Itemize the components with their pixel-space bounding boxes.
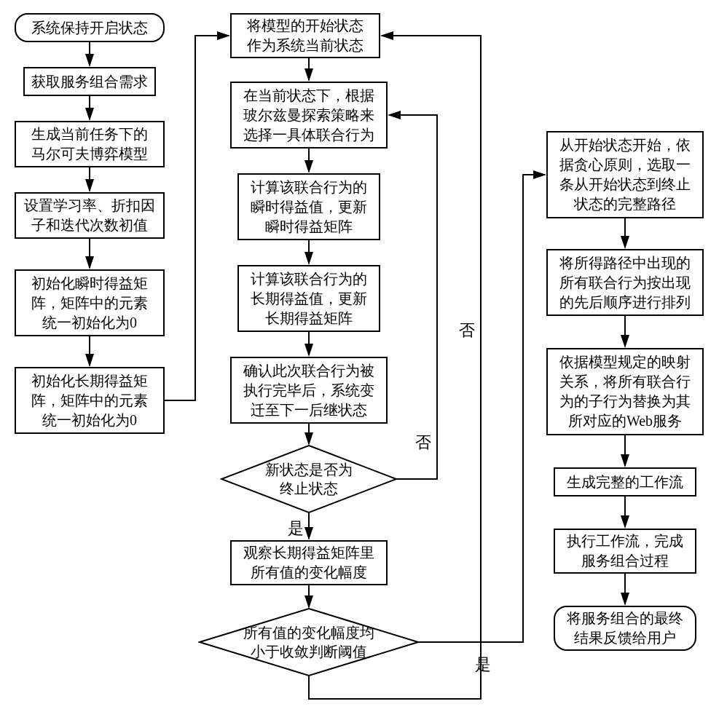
- text: 生成完整的工作流: [567, 472, 683, 492]
- process-inst-gain: 计算该联合行为的瞬时得益值，更新瞬时得益矩阵: [237, 173, 380, 240]
- process-observe: 观察长期得益矩阵里所有值的变化幅度: [230, 540, 388, 585]
- label-no1: 否: [415, 432, 431, 454]
- label-yes2: 是: [475, 654, 491, 676]
- process-boltzmann: 在当前状态下，根据玻尔兹曼探索策略来选择一具体联合行为: [230, 82, 388, 149]
- process-map-web: 依据模型规定的映射关系，将所有联合行为的子行为替换为其所对应的Web服务: [546, 348, 704, 435]
- text: 设置学习率、折扣因子和迭代次数初值: [24, 196, 155, 235]
- text: 依据模型规定的映射关系，将所有联合行为的子行为替换为其所对应的Web服务: [559, 352, 691, 431]
- process-get-req: 获取服务组合需求: [23, 67, 156, 96]
- text: 初始化瞬时得益矩阵，矩阵中的元素统一初始化为0: [31, 274, 148, 333]
- text: 在当前状态下，根据玻尔兹曼探索策略来选择一具体联合行为: [243, 86, 374, 145]
- terminator-start: 系统保持开启状态: [15, 13, 165, 42]
- text: 从开始状态开始，依据贪心原则，选取一条从开始状态到终止状态的完整路径: [559, 135, 691, 214]
- process-order: 将所得路径中出现的所有联合行为按出现的先后顺序进行排列: [546, 249, 704, 316]
- process-params: 设置学习率、折扣因子和迭代次数初值: [15, 192, 165, 239]
- text: 观察长期得益矩阵里所有值的变化幅度: [243, 543, 374, 582]
- process-transition: 确认此次联合行为被执行完毕后，系统变迁至下一后继状态: [230, 357, 388, 424]
- text: 执行工作流，完成服务组合过程: [567, 531, 683, 571]
- process-start-state: 将模型的开始状态作为系统当前状态: [230, 13, 380, 58]
- text: 将模型的开始状态作为系统当前状态: [247, 16, 364, 55]
- process-exec-workflow: 执行工作流，完成服务组合过程: [554, 529, 696, 574]
- text: 计算该联合行为的瞬时得益值，更新瞬时得益矩阵: [251, 178, 367, 237]
- text: 将所得路径中出现的所有联合行为按出现的先后顺序进行排列: [559, 253, 691, 312]
- terminator-end: 将服务组合的最终结果反馈给用户: [554, 606, 696, 651]
- label-yes1: 是: [288, 518, 304, 539]
- text: 系统保持开启状态: [31, 18, 148, 38]
- process-gen-workflow: 生成完整的工作流: [554, 467, 696, 496]
- text: 所有值的变化幅度均小于收敛判断阈值: [243, 623, 374, 661]
- flowchart-canvas: 系统保持开启状态 获取服务组合需求 生成当前任务下的马尔可夫博弈模型 设置学习率…: [0, 0, 727, 728]
- text: 将服务组合的最终结果反馈给用户: [567, 609, 683, 648]
- text: 生成当前任务下的马尔可夫博弈模型: [31, 124, 148, 164]
- text: 初始化长期得益矩阵，矩阵中的元素统一初始化为0: [31, 371, 148, 430]
- process-init-long: 初始化长期得益矩阵，矩阵中的元素统一初始化为0: [15, 367, 165, 434]
- decision-terminal: 新状态是否为终止状态: [220, 444, 398, 514]
- process-markov: 生成当前任务下的马尔可夫博弈模型: [15, 121, 165, 167]
- process-long-gain: 计算该联合行为的长期得益值，更新长期得益矩阵: [237, 265, 380, 332]
- process-init-inst: 初始化瞬时得益矩阵，矩阵中的元素统一初始化为0: [15, 269, 165, 336]
- text: 计算该联合行为的长期得益值，更新长期得益矩阵: [251, 269, 367, 328]
- text: 获取服务组合需求: [31, 72, 148, 92]
- label-no2: 否: [459, 320, 475, 341]
- process-greedy-path: 从开始状态开始，依据贪心原则，选取一条从开始状态到终止状态的完整路径: [546, 131, 704, 218]
- text: 确认此次联合行为被执行完毕后，系统变迁至下一后继状态: [243, 361, 374, 420]
- decision-converge: 所有值的变化幅度均小于收敛判断阈值: [198, 607, 420, 677]
- text: 新状态是否为终止状态: [265, 460, 353, 498]
